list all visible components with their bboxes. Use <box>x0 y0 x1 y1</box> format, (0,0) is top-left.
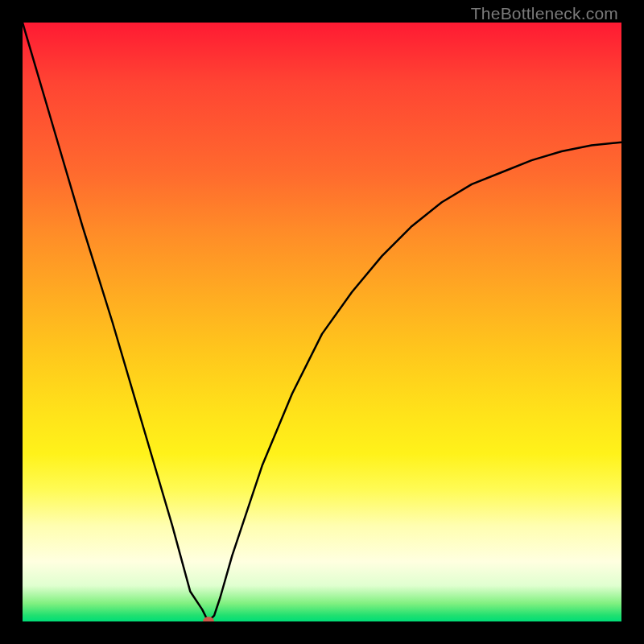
chart-frame: TheBottleneck.com <box>0 0 644 644</box>
bottleneck-curve <box>23 23 621 621</box>
watermark-text: TheBottleneck.com <box>471 4 618 23</box>
optimal-point-marker <box>203 617 214 621</box>
plot-area <box>23 23 621 621</box>
